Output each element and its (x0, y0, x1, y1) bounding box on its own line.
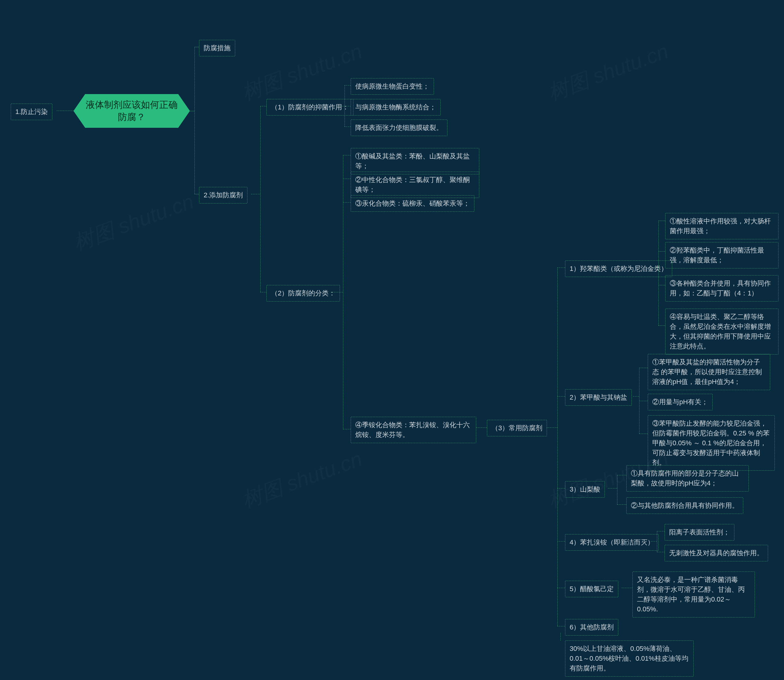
node-benzoic-c[interactable]: ③苯甲酸防止发酵的能力较尼泊金强，但防霉菌作用较尼泊金弱。0.25 % 的苯甲酸… (648, 415, 775, 471)
label: ③各种酯类合并使用，具有协同作用，如：乙酯与丁酯（4：1） (670, 280, 771, 297)
watermark: 树图 shutu.cn (238, 38, 366, 107)
label: 4）苯扎溴铵（即新洁而灭） (570, 538, 654, 546)
label: ③汞化合物类：硫柳汞、硝酸苯汞等； (355, 200, 470, 207)
connector (639, 401, 648, 401)
label: 30%以上甘油溶液、0.05%薄荷油、0.01～0.05%桉叶油、0.01%桂皮… (570, 645, 688, 672)
label: ①酸碱及其盐类：苯酚、山梨酸及其盐等； (355, 152, 470, 170)
node-benzoic-a[interactable]: ①苯甲酸及其盐的抑菌活性物为分子态 的苯甲酸，所以使用时应注意控制溶液的pH值，… (648, 354, 770, 390)
node-benzalkonium-a[interactable]: 阳离子表面活性剂； (665, 524, 734, 541)
label: 又名洗必泰，是一种广谱杀菌消毒剂，微溶于水可溶于乙醇、甘油、丙二醇等溶剂中，常用… (637, 576, 745, 613)
node-action-denature[interactable]: 使病原微生物蛋白变性； (350, 78, 434, 95)
connector (558, 488, 565, 488)
connector (654, 268, 658, 268)
connector (190, 111, 195, 111)
node-prevent-contamination[interactable]: 1.防止污染 (11, 104, 52, 120)
node-antiseptic-measures[interactable]: 防腐措施 (199, 40, 235, 57)
node-sorbic-a[interactable]: ①具有防腐作用的部分是分子态的山梨酸，故使用时的pH应为4； (626, 465, 749, 491)
connector (338, 106, 344, 106)
label: ①苯甲酸及其盐的抑菌活性物为分子态 的苯甲酸，所以使用时应注意控制溶液的pH值，… (652, 358, 762, 386)
node-other-a[interactable]: 30%以上甘油溶液、0.05%薄荷油、0.01～0.05%桉叶油、0.01%桂皮… (565, 641, 694, 677)
connector (260, 106, 261, 292)
node-add-preservative[interactable]: 2.添加防腐剂 (199, 187, 247, 203)
node-paraben-d[interactable]: ④容易与吐温类、聚乙二醇等络合，虽然尼泊金类在水中溶解度增大，但其抑菌的作用下降… (665, 309, 778, 354)
connector (658, 251, 665, 252)
label: 2）苯甲酸与其钠盐 (570, 394, 627, 401)
node-antiseptic-action[interactable]: （1）防腐剂的抑菌作用： (266, 99, 354, 115)
node-action-enzyme[interactable]: 与病原微生物酶系统结合； (350, 99, 441, 115)
node-benzoic[interactable]: 2）苯甲酸与其钠盐 (565, 389, 632, 406)
watermark: 树图 shutu.cn (238, 445, 366, 514)
label: ②羟苯酯类中，丁酯抑菌活性最强，溶解度最低； (670, 246, 764, 264)
label: ②中性化合物类：三氯叔丁醇、聚维酮碘等； (355, 176, 470, 194)
root-node[interactable]: 液体制剂应该如何正确防腐？ (74, 94, 190, 128)
node-class-neutral[interactable]: ②中性化合物类：三氯叔丁醇、聚维酮碘等； (350, 172, 479, 198)
node-action-membrane[interactable]: 降低表面张力使细胞膜破裂。 (350, 120, 448, 136)
label: 6）其他防腐剂 (570, 623, 614, 631)
node-benzalkonium[interactable]: 4）苯扎溴铵（即新洁而灭） (565, 534, 659, 551)
label: 阳离子表面活性剂； (669, 528, 730, 536)
node-sorbic-b[interactable]: ②与其他防腐剂合用具有协同作用。 (626, 497, 743, 514)
node-class-mercury[interactable]: ③汞化合物类：硫柳汞、硝酸苯汞等； (350, 195, 474, 212)
node-sorbic[interactable]: 3）山梨酸 (565, 481, 605, 497)
connector (343, 155, 343, 429)
node-paraben[interactable]: 1）羟苯酯类（或称为尼泊金类） (565, 260, 672, 277)
connector (343, 202, 350, 203)
label: 降低表面张力使细胞膜破裂。 (355, 124, 443, 131)
node-paraben-a[interactable]: ①酸性溶液中作用较强，对大肠杆菌作用最强； (665, 213, 778, 239)
label: ①具有防腐作用的部分是分子态的山梨酸，故使用时的pH应为4； (631, 469, 739, 487)
connector (658, 285, 665, 285)
label: ③苯甲酸防止发酵的能力较尼泊金强，但防霉菌作用较尼泊金弱。0.25 % 的苯甲酸… (652, 420, 770, 466)
connector (558, 396, 565, 397)
label: 1.防止污染 (15, 108, 48, 115)
connector (558, 268, 565, 268)
connector (344, 106, 350, 106)
label: 使病原微生物蛋白变性； (355, 82, 429, 90)
label: ②与其他防腐剂合用具有协同作用。 (631, 502, 739, 509)
node-common-preservatives[interactable]: （3）常用防腐剂 (487, 420, 547, 436)
label: 3）山梨酸 (570, 485, 600, 493)
node-chlorhexidine-a[interactable]: 又名洗必泰，是一种广谱杀菌消毒剂，微溶于水可溶于乙醇、甘油、丙二醇等溶剂中，常用… (632, 571, 755, 617)
label: 防腐措施 (204, 44, 231, 52)
watermark: 树图 shutu.cn (544, 38, 672, 107)
connector (657, 531, 657, 552)
connector (558, 588, 565, 588)
watermark: 树图 shutu.cn (69, 187, 198, 257)
label: （3）常用防腐剂 (492, 424, 542, 432)
connector (617, 475, 617, 504)
node-chlorhexidine[interactable]: 5）醋酸氯己定 (565, 581, 618, 597)
connector (195, 194, 199, 194)
connector (658, 220, 665, 221)
connector (617, 475, 626, 475)
label: 2.添加防腐剂 (204, 191, 243, 199)
node-paraben-c[interactable]: ③各种酯类合并使用，具有协同作用，如：乙酯与丁酯（4：1） (665, 275, 778, 302)
node-other[interactable]: 6）其他防腐剂 (565, 619, 618, 636)
connector (608, 488, 617, 488)
node-benzoic-b[interactable]: ②用量与pH有关； (648, 394, 713, 410)
connector (195, 47, 195, 194)
connector (343, 179, 350, 179)
node-class-quaternary[interactable]: ④季铵化合物类：苯扎溴铵、溴化十六烷铵、度米芬等。 (350, 417, 476, 443)
label: 5）醋酸氯己定 (570, 585, 614, 593)
connector (658, 220, 659, 326)
node-paraben-b[interactable]: ②羟苯酯类中，丁酯抑菌活性最强，溶解度最低； (665, 242, 778, 268)
label: （1）防腐剂的抑菌作用： (271, 103, 349, 111)
connector (633, 396, 639, 397)
node-classification[interactable]: （2）防腐剂的分类： (266, 285, 340, 302)
connector (251, 194, 260, 194)
connector (617, 504, 626, 505)
label: （2）防腐剂的分类： (271, 289, 335, 297)
label: ④容易与吐温类、聚乙二醇等络合，虽然尼泊金类在水中溶解度增大，但其抑菌的作用下降… (670, 313, 771, 350)
connector (260, 106, 266, 106)
connector (651, 541, 657, 541)
label: ②用量与pH有关； (652, 398, 708, 406)
label: 无刺激性及对器具的腐蚀作用。 (669, 549, 764, 557)
root-title: 液体制剂应该如何正确防腐？ (86, 99, 178, 123)
connector (558, 626, 565, 626)
label: ④季铵化合物类：苯扎溴铵、溴化十六烷铵、度米芬等。 (355, 421, 470, 439)
connector (558, 541, 565, 541)
label: ①酸性溶液中作用较强，对大肠杆菌作用最强； (670, 217, 771, 235)
mindmap-canvas: 树图 shutu.cn 树图 shutu.cn 树图 shutu.cn 树图 s… (0, 0, 784, 680)
connector (639, 434, 648, 434)
node-class-acidbase[interactable]: ①酸碱及其盐类：苯酚、山梨酸及其盐等； (350, 148, 479, 175)
node-benzalkonium-b[interactable]: 无刺激性及对器具的腐蚀作用。 (665, 545, 768, 561)
